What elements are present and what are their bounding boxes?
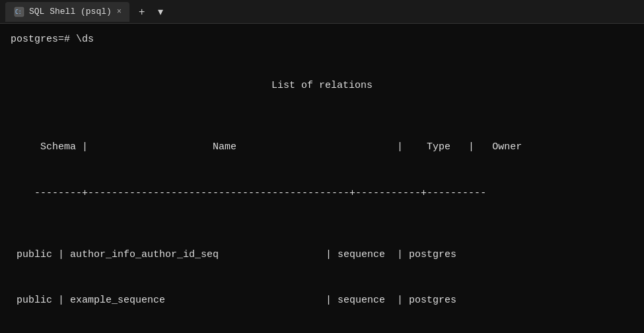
active-tab[interactable]: C: SQL Shell (psql) × (5, 2, 129, 22)
table-headers: Schema | Name | Type | Owner (11, 124, 633, 170)
svg-text:C:: C: (15, 9, 22, 15)
terminal-body: postgres=# \ds List of relations Schema … (0, 24, 644, 333)
list-title: List of relations (11, 78, 633, 93)
tab-dropdown-button[interactable]: ▾ (154, 4, 167, 19)
list-title-line: List of relations (11, 47, 633, 124)
tab-title: SQL Shell (psql) (29, 7, 112, 17)
table-rows: public | author_info_author_id_seq | seq… (11, 216, 633, 333)
table-row: public | author_info_author_id_seq | seq… (11, 247, 633, 262)
command-line: postgres=# \ds (11, 32, 633, 47)
tab-actions: + ▾ (135, 4, 167, 19)
separator-line: --------+-------------------------------… (34, 188, 486, 199)
table-row: public | example_sequence | sequence | p… (11, 293, 633, 308)
title-bar: C: SQL Shell (psql) × + ▾ (0, 0, 644, 24)
prompt-text: postgres=# \ds (11, 32, 94, 47)
terminal-icon: C: (13, 6, 25, 18)
table-separator: --------+-------------------------------… (11, 170, 633, 216)
tab-close-button[interactable]: × (117, 7, 122, 17)
column-headers: Schema | Name | Type | Owner (34, 141, 534, 153)
new-tab-button[interactable]: + (135, 5, 149, 19)
